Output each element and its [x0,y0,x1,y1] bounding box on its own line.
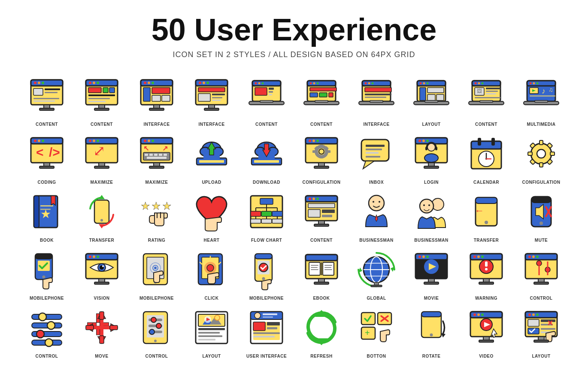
icon-cell-user-interface: USER INTERFACE [241,304,292,359]
svg-rect-170 [320,145,323,148]
icon-label: TRANSFER [89,238,114,243]
svg-point-361 [39,313,46,321]
svg-point-282 [93,255,95,258]
icon-label: INTERFACE [198,122,224,127]
svg-point-351 [528,255,531,258]
svg-point-52 [262,82,264,85]
svg-point-4 [42,82,44,84]
icon-label: CONTENT [255,122,278,127]
svg-rect-409 [253,336,275,337]
icon-label: DOWNLOAD [253,180,280,185]
svg-rect-6 [45,88,60,90]
page-title: 50 User Experience [152,13,436,47]
svg-rect-101 [475,97,500,98]
icon-box [243,130,290,177]
svg-point-137 [152,140,154,142]
svg-point-380 [154,340,157,342]
svg-point-94 [478,82,480,85]
svg-point-63 [317,82,319,85]
svg-rect-86 [427,88,444,93]
svg-rect-42 [198,94,210,101]
svg-point-333 [422,255,425,258]
svg-rect-46 [209,105,215,108]
svg-rect-198 [491,138,495,146]
svg-rect-238 [272,211,282,216]
svg-rect-9 [33,100,55,102]
icon-box [23,304,70,351]
icon-box [298,246,345,293]
svg-point-367 [45,339,53,346]
icon-box [188,304,235,351]
icon-label: USER INTERFACE [246,354,287,359]
icon-box [298,72,345,119]
svg-point-281 [89,255,91,258]
svg-point-118 [34,140,36,142]
icon-box [133,246,180,293]
svg-point-299 [207,264,214,271]
svg-text:♫: ♫ [549,86,553,93]
svg-point-62 [313,82,315,85]
svg-point-82 [420,82,422,85]
icon-cell-move: ✛ MOVE [76,304,127,359]
svg-rect-98 [486,88,500,89]
svg-point-332 [418,255,421,258]
svg-rect-206 [540,163,543,167]
svg-rect-75 [365,88,391,92]
icon-cell-calendar: CALENDAR [461,130,512,185]
svg-point-136 [148,140,150,142]
svg-point-38 [199,82,201,84]
icon-label: LAYOUT [532,354,550,359]
icon-cell-control-1: CONTROL [515,246,567,301]
svg-point-283 [97,255,99,258]
svg-rect-329 [371,285,382,287]
icon-box [353,246,400,293]
svg-rect-55 [269,91,273,93]
svg-rect-445 [534,340,549,342]
icon-box: + [353,304,400,351]
svg-point-192 [424,154,438,162]
svg-rect-177 [314,166,329,168]
svg-point-120 [42,140,44,142]
icon-box [353,130,400,177]
svg-rect-99 [486,91,498,92]
svg-point-353 [536,255,539,258]
svg-rect-252 [322,210,335,213]
svg-rect-405 [253,322,265,331]
svg-point-341 [473,255,476,258]
svg-point-342 [477,255,480,258]
icon-box [518,246,565,293]
icon-label: CONTENT [310,238,333,243]
icon-box [408,72,455,119]
svg-text:★: ★ [162,200,172,212]
svg-point-286 [102,265,104,267]
icon-box [408,304,455,351]
svg-rect-190 [425,147,427,150]
svg-rect-100 [486,93,496,94]
svg-point-3 [38,82,40,84]
icon-cell-interface-3: INTERFACE [351,72,402,127]
icon-box [518,130,565,177]
icon-label: CONTENT [91,122,113,127]
svg-rect-304 [255,254,272,259]
icon-cell-layout: LAYOUT [406,72,457,127]
svg-rect-173 [327,150,330,153]
icon-cell-upload: UPLOAD [186,130,237,185]
svg-rect-236 [251,211,261,216]
svg-point-189 [427,143,435,151]
svg-rect-147 [154,163,160,166]
svg-point-343 [481,255,484,258]
svg-point-93 [475,82,477,85]
icon-label: BUSINESSMAN [414,238,448,243]
icon-cell-businessman-2: BUSINESSMAN [406,188,457,243]
icon-box: < /> [23,130,70,177]
svg-rect-440 [541,328,555,330]
svg-point-83 [423,82,425,85]
svg-rect-345 [485,261,488,267]
icon-cell-control-3: CONTROL [131,304,182,359]
icon-label: BOTTON [367,354,386,359]
svg-point-129 [97,140,99,142]
icon-box [243,188,290,235]
svg-point-74 [372,82,374,85]
icon-box [188,188,235,235]
icon-box: ♪ ♫ [518,72,565,119]
